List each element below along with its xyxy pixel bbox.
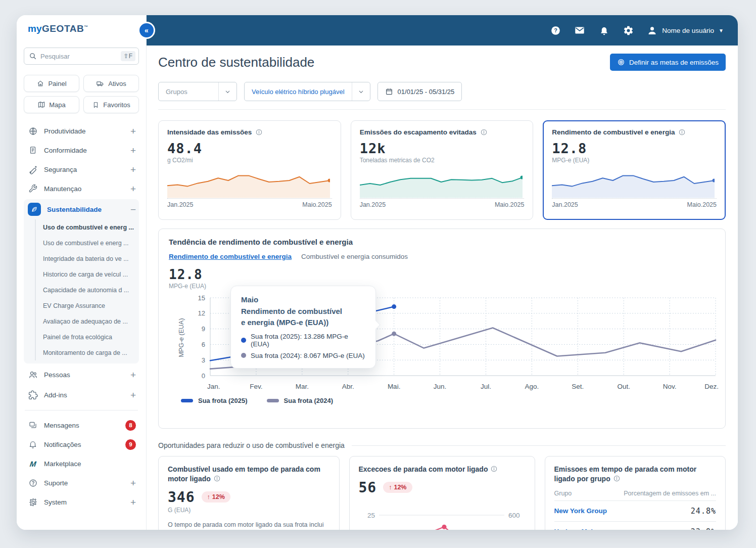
kpi-value: 12.8 xyxy=(552,141,717,156)
tab-fuel-energy-consumed[interactable]: Combustível e energia consumidos xyxy=(301,253,408,260)
tab-fuel-energy-economy[interactable]: Rendimento de combustível e energia xyxy=(169,253,292,260)
groups-select[interactable]: Grupos xyxy=(158,82,237,101)
search-box[interactable]: ⇧F xyxy=(24,48,139,65)
filters-row: Grupos Veículo elétrico híbrido plugável… xyxy=(158,82,726,101)
sidebar-subitem-suitability-assessment[interactable]: Avaliaçao de adequaçao de ... xyxy=(35,313,139,329)
date-range-value: 01/01/25 - 05/31/25 xyxy=(398,88,455,96)
dashboard-button[interactable]: Painel xyxy=(24,75,79,92)
sidebar-item-label: Produtividade xyxy=(44,127,124,135)
mail-icon[interactable] xyxy=(574,25,585,36)
favorites-button[interactable]: Favoritos xyxy=(83,96,139,113)
logo-my: my xyxy=(28,23,42,34)
info-icon[interactable] xyxy=(490,465,498,473)
sidebar-item-system[interactable]: System + xyxy=(24,492,139,512)
tooltip-row-2025: Sua frota (2025): 13.286 MPG-e (EUA) xyxy=(241,333,365,348)
svg-text:Set.: Set. xyxy=(572,383,584,390)
svg-text:3: 3 xyxy=(202,356,205,364)
kpi-card-emissions-intensity[interactable]: Intensidade das emissões 48.4 g CO2/mi J… xyxy=(158,120,341,220)
sidebar-item-mensagens[interactable]: Mensagens 8 xyxy=(24,416,139,435)
kpi-value: 48.4 xyxy=(167,141,332,156)
tooltip-metric: Rendimento de combustível e energia (MPG… xyxy=(241,306,365,329)
range-start-label: Jan.2025 xyxy=(360,201,386,208)
gear-icon xyxy=(28,497,38,507)
kpi-card-fuel-energy-economy[interactable]: Rendimento de combustivel e energia 12.8… xyxy=(543,120,726,220)
sidebar-item-marketplace[interactable]: M Marketplace xyxy=(24,454,139,473)
expand-plus-icon: + xyxy=(130,126,136,136)
truck-icon xyxy=(96,79,105,88)
sidebar-item-sustentabilidade[interactable]: Sustentabilidade − xyxy=(24,199,139,219)
user-menu[interactable]: Nome de usuário ▼ xyxy=(647,25,724,36)
sidebar-subitem-fuel-energy-use-2[interactable]: Uso de combustível e energ ... xyxy=(35,235,139,251)
sustainability-group: Sustentabilidade − Uso de combustível e … xyxy=(24,199,139,363)
sidebar-subitem-range-capacity[interactable]: Capacidade de autonomia d ... xyxy=(35,282,139,298)
document-icon xyxy=(28,145,38,155)
kpi-card-tailpipe-emissions-avoided[interactable]: Emissões do escapamento evitadas 12k Ton… xyxy=(351,120,534,220)
user-icon xyxy=(647,25,657,36)
date-range-picker[interactable]: 01/01/25 - 05/31/25 xyxy=(377,82,462,101)
legend-label: Sua frota (2024) xyxy=(284,397,334,404)
home-icon xyxy=(36,79,44,87)
vehicle-type-value: Veículo elétrico híbrido plugável xyxy=(245,88,352,96)
sidebar-subitem-charge-history[interactable]: Historico de carga de veícul ... xyxy=(35,266,139,282)
sidebar-subitem-charge-monitoring[interactable]: Monitoramento de carga de ... xyxy=(35,345,139,360)
trend-up-badge: ↑ 12% xyxy=(383,482,412,493)
section-title: Oportunidades para reduzir o uso de comb… xyxy=(158,441,345,449)
card-title: Excecoes de parada com motor ligado xyxy=(359,465,488,473)
info-icon[interactable] xyxy=(255,128,263,136)
sidebar-item-manutencao[interactable]: Manutençao + xyxy=(24,179,139,198)
idle-exceptions-chart: 2560020480 xyxy=(359,503,526,530)
vehicle-type-select[interactable]: Veículo elétrico híbrido plugável xyxy=(244,82,370,101)
kpi-title: Rendimento de combustivel e energia xyxy=(552,128,675,136)
legend-swatch xyxy=(181,399,193,402)
group-link[interactable]: Hudson Malone xyxy=(554,528,605,530)
subitem-label: Painel de frota ecológica xyxy=(43,334,112,341)
leaf-icon xyxy=(28,203,41,216)
sidebar-item-conformidade[interactable]: Conformidade + xyxy=(24,141,139,160)
sidebar-item-pessoas[interactable]: Pessoas + xyxy=(24,364,139,385)
sidebar-item-addins[interactable]: Add-ins + xyxy=(24,385,139,405)
series-dot xyxy=(241,338,246,343)
sidebar-subitem-fuel-energy-use-1[interactable]: Uso de combustível e energ ... xyxy=(35,219,139,235)
card-title: Emissoes em tempo de parada com motor li… xyxy=(554,465,697,483)
svg-text:Nov.: Nov. xyxy=(663,383,677,390)
subitem-label: EV Charge Assurance xyxy=(43,302,105,309)
sidebar-item-seguranca[interactable]: Segurança + xyxy=(24,160,139,179)
expand-plus-icon: + xyxy=(130,165,136,174)
bell-icon xyxy=(28,439,38,449)
sidebar-item-suporte[interactable]: Suporte + xyxy=(24,473,139,492)
info-icon[interactable] xyxy=(213,475,221,482)
divider xyxy=(158,109,726,110)
wrench-icon xyxy=(28,184,38,194)
sidebar-subitem-green-fleet-dashboard[interactable]: Painel de frota ecológica xyxy=(35,329,139,345)
sidebar-item-label: Notificações xyxy=(44,441,119,448)
sidebar-item-produtividade[interactable]: Produtividade + xyxy=(24,121,139,141)
sidebar-subitem-ev-charge-assurance[interactable]: EV Charge Assurance xyxy=(35,298,139,313)
sidebar-subitem-battery-health[interactable]: Integridade da bateria do ve ... xyxy=(35,251,139,266)
set-emissions-targets-button[interactable]: Definir as metas de emissões xyxy=(610,54,726,71)
info-icon[interactable] xyxy=(613,475,621,482)
assets-button[interactable]: Ativos xyxy=(83,75,139,92)
column-header-percentage: Porcentagem de emissoes em ... xyxy=(624,490,716,497)
info-icon[interactable] xyxy=(480,128,488,136)
legend-item-2024[interactable]: Sua frota (2024) xyxy=(267,397,334,404)
map-button[interactable]: Mapa xyxy=(24,96,79,113)
sidebar-item-notificacoes[interactable]: Notificações 9 xyxy=(24,435,139,454)
logo-geotab: GEOTAB xyxy=(42,23,84,34)
svg-text:Dez.: Dez. xyxy=(704,383,719,390)
info-icon[interactable] xyxy=(678,128,686,136)
search-icon xyxy=(29,52,37,60)
svg-text:Mar.: Mar. xyxy=(296,383,309,390)
svg-text:Abr.: Abr. xyxy=(342,383,354,390)
svg-text:600: 600 xyxy=(508,511,520,519)
group-link[interactable]: New York Group xyxy=(554,507,607,515)
legend-item-2025[interactable]: Sua frota (2025) xyxy=(181,397,248,404)
search-input[interactable] xyxy=(40,53,117,60)
gear-icon[interactable] xyxy=(623,25,634,36)
sidebar-collapse-button[interactable]: « xyxy=(138,22,155,39)
sidebar-item-label: Manutençao xyxy=(44,185,124,193)
bell-icon[interactable] xyxy=(598,25,609,36)
sidebar-item-label: Segurança xyxy=(44,166,124,173)
trend-up-badge: ↑ 12% xyxy=(202,491,230,503)
map-icon xyxy=(37,101,45,109)
help-icon[interactable]: ? xyxy=(550,25,561,36)
